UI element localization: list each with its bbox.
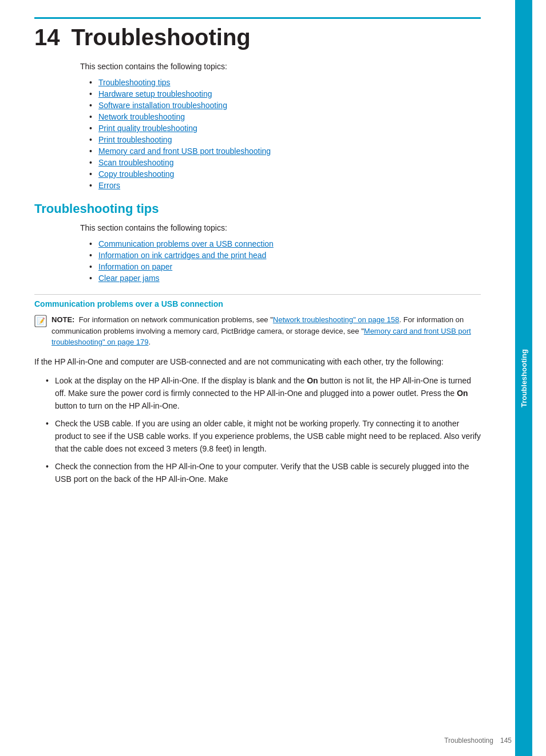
topic-link[interactable]: Copy troubleshooting [98,169,174,179]
topic-link[interactable]: Errors [98,181,120,190]
list-item: Print quality troubleshooting [89,124,481,133]
topic-link[interactable]: Troubleshooting tips [98,78,171,87]
list-item: Communication problems over a USB connec… [89,239,481,248]
section-tips-intro: This section contains the following topi… [80,223,481,232]
chapter-topic-list: Troubleshooting tips Hardware setup trou… [89,78,481,190]
chapter-name: Troubleshooting [72,25,251,50]
side-tab: Troubleshooting [515,0,532,756]
list-item: Memory card and front USB port troublesh… [89,147,481,156]
list-item: Errors [89,181,481,190]
topic-link[interactable]: Scan troubleshooting [98,158,174,167]
side-tab-label: Troubleshooting [520,349,528,407]
list-item: Information on paper [89,262,481,271]
list-item: Network troubleshooting [89,112,481,121]
list-item: Print troubleshooting [89,135,481,144]
usb-heading: Communication problems over a USB connec… [34,294,481,308]
section-tips-heading: Troubleshooting tips [34,201,481,216]
footer-section: Troubleshooting [444,737,493,745]
note-link-memory[interactable]: Memory card and front USB port troublesh… [52,327,471,347]
topic-link[interactable]: Clear paper jams [98,274,160,283]
section-usb: Communication problems over a USB connec… [34,294,481,486]
list-item: Copy troubleshooting [89,169,481,179]
topic-link[interactable]: Software installation troubleshooting [98,101,227,110]
usb-bullet-list: Look at the display on the HP All-in-One… [46,375,481,486]
svg-text:📝: 📝 [37,316,45,325]
topic-link[interactable]: Communication problems over a USB connec… [98,239,274,248]
section-tips: Troubleshooting tips This section contai… [34,201,481,283]
topic-link[interactable]: Print troubleshooting [98,135,172,144]
list-item: Check the USB cable. If you are using an… [46,418,481,455]
chapter-intro: This section contains the following topi… [80,62,481,71]
chapter-header: 14 Troubleshooting [34,17,481,50]
list-item: Software installation troubleshooting [89,101,481,110]
topic-link[interactable]: Print quality troubleshooting [98,124,197,133]
note-link-network[interactable]: Network troubleshooting" on page 158 [273,315,399,324]
note-box: 📝 NOTE: For information on network commu… [34,314,481,348]
list-item: Clear paper jams [89,274,481,283]
usb-body-intro: If the HP All-in-One and computer are US… [34,356,481,369]
note-label: NOTE: [52,315,74,324]
list-item: Hardware setup troubleshooting [89,89,481,98]
topic-link[interactable]: Information on paper [98,262,172,271]
note-text: NOTE: For information on network communi… [52,314,481,348]
tips-topic-list: Communication problems over a USB connec… [89,239,481,283]
chapter-number: 14 [34,25,60,50]
page-footer: Troubleshooting 145 [444,737,512,745]
topic-link[interactable]: Memory card and front USB port troublesh… [98,147,271,156]
list-item: Look at the display on the HP All-in-One… [46,375,481,412]
footer-page: 145 [500,737,512,745]
topic-link[interactable]: Information on ink cartridges and the pr… [98,251,266,260]
list-item: Troubleshooting tips [89,78,481,87]
topic-link[interactable]: Network troubleshooting [98,112,185,121]
chapter-title: 14 Troubleshooting [34,25,481,50]
topic-link[interactable]: Hardware setup troubleshooting [98,89,212,98]
list-item: Information on ink cartridges and the pr… [89,251,481,260]
list-item: Check the connection from the HP All-in-… [46,461,481,485]
note-icon: 📝 [34,315,47,327]
list-item: Scan troubleshooting [89,158,481,167]
